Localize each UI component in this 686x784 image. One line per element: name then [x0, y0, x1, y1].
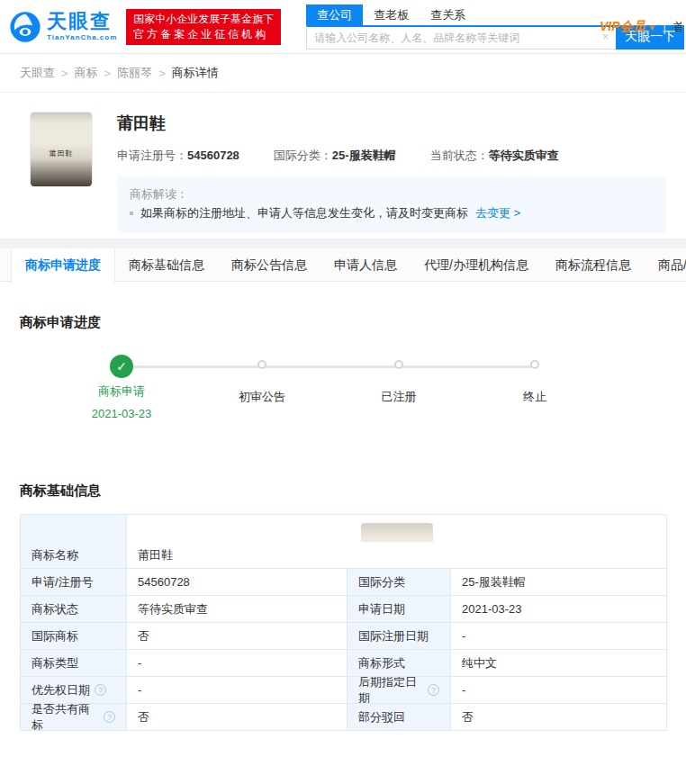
top-header: 天眼查 TianYanCha.com 国家中小企业发展子基金旗下 官方备案企业征…: [0, 0, 686, 54]
pending-dot-icon: [394, 360, 403, 369]
breadcrumb-home[interactable]: 天眼查: [20, 65, 55, 81]
section-gap: [0, 239, 686, 248]
row-value: 54560728: [127, 569, 348, 596]
row-value: 否: [127, 704, 348, 731]
trademark-summary: 莆田鞋 莆田鞋 申请注册号：54560728 国际分类：25-服装鞋帽 当前状态…: [0, 93, 686, 239]
row-label: 商标状态: [21, 596, 127, 623]
row-value: -: [127, 677, 348, 704]
notice-text: 如果商标的注册地址、申请人等信息发生变化，请及时变更商标: [140, 203, 468, 223]
nav-more-link[interactable]: 首页: [673, 19, 681, 35]
pending-dot-icon: [530, 360, 539, 369]
step-date: 2021-03-23: [59, 407, 185, 420]
divider: |: [663, 21, 666, 34]
row-label: 优先权日期?: [21, 677, 127, 704]
gov-badge-line2: 官方备案企业征信机构: [133, 27, 274, 42]
row-value: 等待实质审查: [127, 596, 348, 623]
search-tab-company[interactable]: 查公司: [306, 5, 363, 25]
tianyancha-logo-icon: [9, 11, 41, 43]
breadcrumb-separator: >: [158, 67, 166, 80]
breadcrumb-owner[interactable]: 陈丽琴: [117, 65, 152, 81]
row-label: 国际注册日期: [348, 623, 451, 650]
change-trademark-link[interactable]: 去变更 >: [475, 203, 520, 223]
step-preliminary-announcement: 初审公告: [199, 351, 325, 405]
check-circle-icon: ✓: [110, 355, 133, 378]
step-applied: ✓ 商标申请 2021-03-23: [59, 351, 185, 420]
page-title: 莆田鞋: [117, 111, 666, 134]
application-progress-stepper: ✓ 商标申请 2021-03-23 初审公告 已注册 终止: [0, 351, 686, 457]
trademark-notice-box: 商标解读： 如果商标的注册地址、申请人等信息发生变化，请及时变更商标 去变更 >: [117, 176, 666, 233]
row-label: 商标名称: [21, 542, 127, 569]
tab-announcement-info[interactable]: 商标公告信息: [218, 248, 320, 281]
progress-section-heading: 商标申请进度: [20, 314, 686, 331]
row-value: 2021-03-23: [451, 596, 667, 623]
gov-badge-line1: 国家中小企业发展子基金旗下: [133, 12, 274, 27]
row-label: 部分驳回: [348, 704, 451, 731]
search-tab-relation[interactable]: 查关系: [420, 5, 476, 25]
row-value: 莆田鞋: [127, 542, 667, 569]
row-label: 后期指定日期?: [348, 677, 451, 704]
row-value: 纯中文: [451, 650, 667, 677]
chevron-down-icon: ▼: [648, 23, 656, 32]
step-registered: 已注册: [336, 351, 462, 405]
gov-badge: 国家中小企业发展子基金旗下 官方备案企业征信机构: [126, 9, 281, 45]
row-label: 商标形式: [348, 650, 451, 677]
meta-intl-class: 国际分类：25-服装鞋帽: [274, 148, 396, 164]
breadcrumb-separator: >: [61, 67, 68, 80]
tab-applicant-info[interactable]: 申请人信息: [320, 248, 411, 281]
breadcrumb-current: 商标详情: [172, 65, 219, 81]
bullet-icon: [130, 212, 133, 215]
help-icon[interactable]: ?: [104, 711, 115, 723]
row-value: 否: [451, 704, 667, 731]
notice-title: 商标解读：: [130, 185, 654, 203]
page: 天眼查 TianYanCha.com 国家中小企业发展子基金旗下 官方备案企业征…: [0, 0, 686, 784]
row-value: -: [451, 677, 667, 704]
search-tab-boss[interactable]: 查老板: [363, 5, 420, 25]
tab-goods-services[interactable]: 商品/服务项目: [645, 248, 686, 281]
row-label: 国际商标: [21, 623, 127, 650]
tianyancha-logo[interactable]: 天眼查 TianYanCha.com: [9, 11, 117, 43]
logo-domain: TianYanCha.com: [47, 34, 117, 41]
help-icon[interactable]: ?: [95, 684, 106, 696]
tab-basic-info[interactable]: 商标基础信息: [115, 248, 218, 281]
row-label: 申请日期: [348, 596, 451, 623]
row-label: 是否共有商标?: [21, 704, 127, 731]
tab-application-progress[interactable]: 商标申请进度: [11, 248, 115, 283]
row-label: 国际分类: [348, 569, 451, 596]
breadcrumb: 天眼查 > 商标 > 陈丽琴 > 商标详情: [0, 54, 686, 93]
meta-reg-number: 申请注册号：54560728: [117, 148, 239, 164]
row-value: -: [451, 623, 667, 650]
logo-title: 天眼查: [47, 12, 117, 32]
help-icon[interactable]: ?: [428, 684, 439, 696]
tab-agency-info[interactable]: 代理/办理机构信息: [411, 248, 542, 281]
row-value: 否: [127, 623, 348, 650]
tab-process-info[interactable]: 商标流程信息: [542, 248, 645, 281]
row-value: 25-服装鞋帽: [451, 569, 667, 596]
pending-dot-icon: [257, 360, 266, 369]
row-label: 商标类型: [21, 650, 127, 677]
trademark-thumbnail-image[interactable]: 莆田鞋: [30, 112, 93, 187]
step-terminated: 终止: [472, 351, 598, 405]
breadcrumb-trademark[interactable]: 商标: [75, 65, 98, 81]
basic-info-table: 商标 莆田鞋 商标名称 莆田鞋 申请/注册号 54560728 国际分类 25-…: [20, 514, 666, 731]
vip-member-link[interactable]: VIP会员▼: [600, 19, 656, 35]
row-label: 申请/注册号: [21, 569, 127, 596]
detail-tabbar: 商标申请进度 商标基础信息 商标公告信息 申请人信息 代理/办理机构信息 商标流…: [0, 248, 686, 282]
basic-info-section-heading: 商标基础信息: [20, 482, 686, 500]
meta-status: 当前状态：等待实质审查: [430, 148, 559, 164]
breadcrumb-separator: >: [104, 67, 112, 80]
search-input[interactable]: [306, 25, 616, 50]
row-value: -: [127, 650, 348, 677]
